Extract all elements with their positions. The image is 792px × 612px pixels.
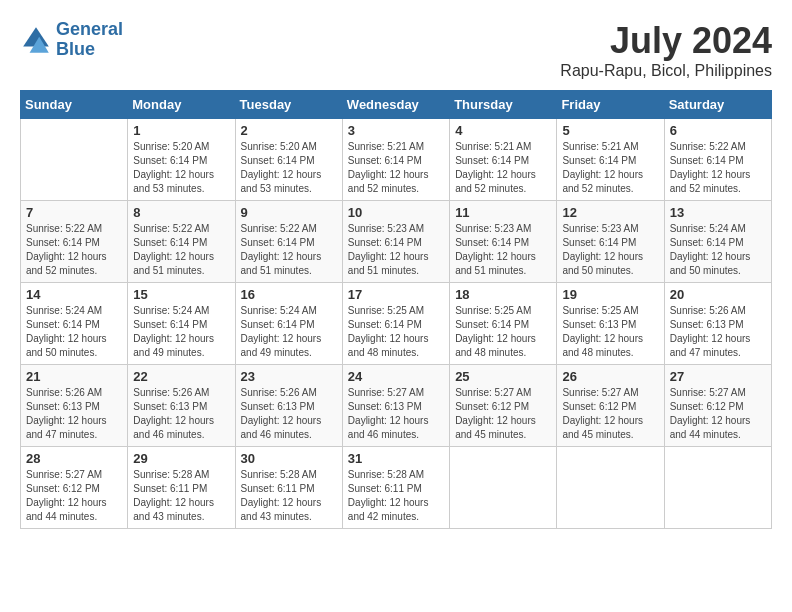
month-title: July 2024 <box>560 20 772 62</box>
day-info: Sunrise: 5:27 AM Sunset: 6:13 PM Dayligh… <box>348 386 444 442</box>
day-number: 2 <box>241 123 337 138</box>
day-number: 8 <box>133 205 229 220</box>
title-area: July 2024 Rapu-Rapu, Bicol, Philippines <box>560 20 772 80</box>
day-info: Sunrise: 5:23 AM Sunset: 6:14 PM Dayligh… <box>562 222 658 278</box>
calendar-cell: 15Sunrise: 5:24 AM Sunset: 6:14 PM Dayli… <box>128 283 235 365</box>
calendar-week-row: 1Sunrise: 5:20 AM Sunset: 6:14 PM Daylig… <box>21 119 772 201</box>
day-number: 13 <box>670 205 766 220</box>
day-info: Sunrise: 5:24 AM Sunset: 6:14 PM Dayligh… <box>670 222 766 278</box>
calendar-cell: 11Sunrise: 5:23 AM Sunset: 6:14 PM Dayli… <box>450 201 557 283</box>
calendar-cell: 18Sunrise: 5:25 AM Sunset: 6:14 PM Dayli… <box>450 283 557 365</box>
calendar-cell: 16Sunrise: 5:24 AM Sunset: 6:14 PM Dayli… <box>235 283 342 365</box>
day-info: Sunrise: 5:27 AM Sunset: 6:12 PM Dayligh… <box>562 386 658 442</box>
calendar-cell: 5Sunrise: 5:21 AM Sunset: 6:14 PM Daylig… <box>557 119 664 201</box>
day-number: 9 <box>241 205 337 220</box>
weekday-header: Thursday <box>450 91 557 119</box>
day-number: 5 <box>562 123 658 138</box>
day-number: 28 <box>26 451 122 466</box>
calendar-week-row: 21Sunrise: 5:26 AM Sunset: 6:13 PM Dayli… <box>21 365 772 447</box>
day-number: 10 <box>348 205 444 220</box>
calendar-table: SundayMondayTuesdayWednesdayThursdayFrid… <box>20 90 772 529</box>
day-number: 14 <box>26 287 122 302</box>
weekday-header: Monday <box>128 91 235 119</box>
weekday-header-row: SundayMondayTuesdayWednesdayThursdayFrid… <box>21 91 772 119</box>
day-info: Sunrise: 5:21 AM Sunset: 6:14 PM Dayligh… <box>455 140 551 196</box>
day-info: Sunrise: 5:26 AM Sunset: 6:13 PM Dayligh… <box>670 304 766 360</box>
day-number: 17 <box>348 287 444 302</box>
location-title: Rapu-Rapu, Bicol, Philippines <box>560 62 772 80</box>
calendar-cell: 22Sunrise: 5:26 AM Sunset: 6:13 PM Dayli… <box>128 365 235 447</box>
calendar-week-row: 28Sunrise: 5:27 AM Sunset: 6:12 PM Dayli… <box>21 447 772 529</box>
day-info: Sunrise: 5:24 AM Sunset: 6:14 PM Dayligh… <box>241 304 337 360</box>
day-info: Sunrise: 5:27 AM Sunset: 6:12 PM Dayligh… <box>26 468 122 524</box>
day-number: 6 <box>670 123 766 138</box>
day-info: Sunrise: 5:24 AM Sunset: 6:14 PM Dayligh… <box>133 304 229 360</box>
day-number: 27 <box>670 369 766 384</box>
calendar-cell: 6Sunrise: 5:22 AM Sunset: 6:14 PM Daylig… <box>664 119 771 201</box>
calendar-cell: 26Sunrise: 5:27 AM Sunset: 6:12 PM Dayli… <box>557 365 664 447</box>
day-info: Sunrise: 5:28 AM Sunset: 6:11 PM Dayligh… <box>133 468 229 524</box>
calendar-cell: 12Sunrise: 5:23 AM Sunset: 6:14 PM Dayli… <box>557 201 664 283</box>
day-info: Sunrise: 5:25 AM Sunset: 6:14 PM Dayligh… <box>455 304 551 360</box>
calendar-week-row: 7Sunrise: 5:22 AM Sunset: 6:14 PM Daylig… <box>21 201 772 283</box>
weekday-header: Wednesday <box>342 91 449 119</box>
day-info: Sunrise: 5:25 AM Sunset: 6:13 PM Dayligh… <box>562 304 658 360</box>
logo-text: General Blue <box>56 20 123 60</box>
weekday-header: Friday <box>557 91 664 119</box>
day-number: 4 <box>455 123 551 138</box>
day-info: Sunrise: 5:28 AM Sunset: 6:11 PM Dayligh… <box>348 468 444 524</box>
day-number: 30 <box>241 451 337 466</box>
day-number: 24 <box>348 369 444 384</box>
calendar-cell: 30Sunrise: 5:28 AM Sunset: 6:11 PM Dayli… <box>235 447 342 529</box>
calendar-cell: 13Sunrise: 5:24 AM Sunset: 6:14 PM Dayli… <box>664 201 771 283</box>
calendar-cell: 3Sunrise: 5:21 AM Sunset: 6:14 PM Daylig… <box>342 119 449 201</box>
logo-line1: General <box>56 19 123 39</box>
day-info: Sunrise: 5:21 AM Sunset: 6:14 PM Dayligh… <box>348 140 444 196</box>
day-info: Sunrise: 5:25 AM Sunset: 6:14 PM Dayligh… <box>348 304 444 360</box>
logo-icon <box>20 24 52 56</box>
day-info: Sunrise: 5:20 AM Sunset: 6:14 PM Dayligh… <box>241 140 337 196</box>
calendar-cell: 23Sunrise: 5:26 AM Sunset: 6:13 PM Dayli… <box>235 365 342 447</box>
day-number: 22 <box>133 369 229 384</box>
weekday-header: Tuesday <box>235 91 342 119</box>
calendar-week-row: 14Sunrise: 5:24 AM Sunset: 6:14 PM Dayli… <box>21 283 772 365</box>
day-info: Sunrise: 5:23 AM Sunset: 6:14 PM Dayligh… <box>455 222 551 278</box>
calendar-cell: 19Sunrise: 5:25 AM Sunset: 6:13 PM Dayli… <box>557 283 664 365</box>
day-info: Sunrise: 5:27 AM Sunset: 6:12 PM Dayligh… <box>670 386 766 442</box>
calendar-cell: 14Sunrise: 5:24 AM Sunset: 6:14 PM Dayli… <box>21 283 128 365</box>
calendar-cell: 4Sunrise: 5:21 AM Sunset: 6:14 PM Daylig… <box>450 119 557 201</box>
day-number: 23 <box>241 369 337 384</box>
calendar-cell <box>664 447 771 529</box>
calendar-cell: 21Sunrise: 5:26 AM Sunset: 6:13 PM Dayli… <box>21 365 128 447</box>
day-number: 7 <box>26 205 122 220</box>
day-info: Sunrise: 5:21 AM Sunset: 6:14 PM Dayligh… <box>562 140 658 196</box>
day-number: 26 <box>562 369 658 384</box>
day-number: 21 <box>26 369 122 384</box>
weekday-header: Saturday <box>664 91 771 119</box>
day-number: 31 <box>348 451 444 466</box>
day-info: Sunrise: 5:24 AM Sunset: 6:14 PM Dayligh… <box>26 304 122 360</box>
day-info: Sunrise: 5:23 AM Sunset: 6:14 PM Dayligh… <box>348 222 444 278</box>
calendar-cell: 1Sunrise: 5:20 AM Sunset: 6:14 PM Daylig… <box>128 119 235 201</box>
calendar-cell <box>21 119 128 201</box>
weekday-header: Sunday <box>21 91 128 119</box>
day-info: Sunrise: 5:28 AM Sunset: 6:11 PM Dayligh… <box>241 468 337 524</box>
day-number: 3 <box>348 123 444 138</box>
calendar-cell: 2Sunrise: 5:20 AM Sunset: 6:14 PM Daylig… <box>235 119 342 201</box>
calendar-cell: 28Sunrise: 5:27 AM Sunset: 6:12 PM Dayli… <box>21 447 128 529</box>
calendar-cell <box>450 447 557 529</box>
day-number: 16 <box>241 287 337 302</box>
page-header: General Blue July 2024 Rapu-Rapu, Bicol,… <box>20 20 772 80</box>
day-number: 18 <box>455 287 551 302</box>
day-number: 12 <box>562 205 658 220</box>
calendar-cell <box>557 447 664 529</box>
day-number: 1 <box>133 123 229 138</box>
day-info: Sunrise: 5:26 AM Sunset: 6:13 PM Dayligh… <box>241 386 337 442</box>
day-number: 19 <box>562 287 658 302</box>
day-number: 29 <box>133 451 229 466</box>
calendar-cell: 17Sunrise: 5:25 AM Sunset: 6:14 PM Dayli… <box>342 283 449 365</box>
calendar-cell: 27Sunrise: 5:27 AM Sunset: 6:12 PM Dayli… <box>664 365 771 447</box>
calendar-cell: 25Sunrise: 5:27 AM Sunset: 6:12 PM Dayli… <box>450 365 557 447</box>
day-info: Sunrise: 5:20 AM Sunset: 6:14 PM Dayligh… <box>133 140 229 196</box>
day-info: Sunrise: 5:26 AM Sunset: 6:13 PM Dayligh… <box>26 386 122 442</box>
